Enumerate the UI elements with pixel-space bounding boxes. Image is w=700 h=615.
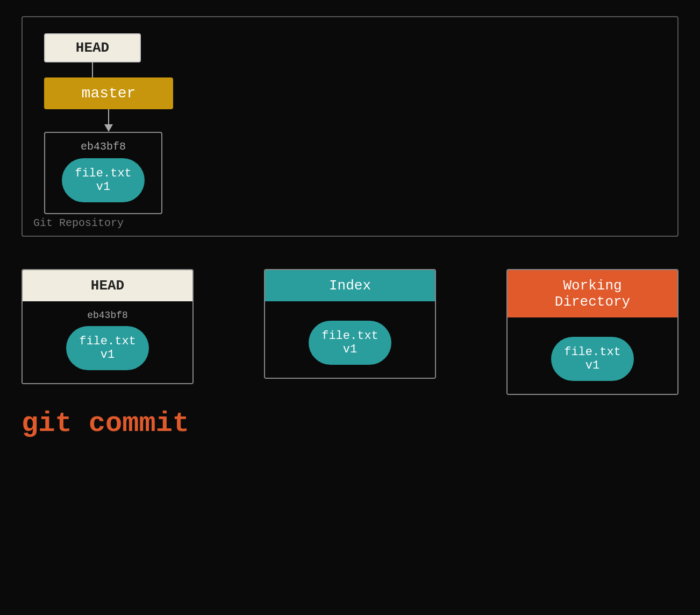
connector-head-master bbox=[44, 62, 141, 77]
head-box-top: HEAD bbox=[44, 33, 141, 62]
head-col-header-label: HEAD bbox=[91, 278, 124, 294]
arrow-down-1 bbox=[104, 124, 113, 132]
working-directory-column: WorkingDirectory file.txtv1 bbox=[506, 269, 678, 395]
git-repo-label: Git Repository bbox=[33, 217, 124, 229]
commit-box-top: eb43bf8 file.txtv1 bbox=[44, 132, 162, 214]
head-label-top: HEAD bbox=[76, 40, 109, 56]
master-box: master bbox=[44, 77, 173, 109]
index-column: Index file.txtv1 bbox=[264, 269, 436, 379]
working-col-blob: file.txtv1 bbox=[551, 337, 634, 381]
head-col-hash: eb43bf8 bbox=[87, 310, 128, 321]
connector-line-1 bbox=[92, 62, 93, 77]
master-label: master bbox=[82, 85, 136, 102]
file-blob-top: file.txtv1 bbox=[62, 158, 145, 202]
connector-line-2 bbox=[108, 109, 109, 124]
head-column: HEAD eb43bf8 file.txtv1 bbox=[22, 269, 194, 384]
working-col-header: WorkingDirectory bbox=[508, 270, 677, 317]
git-repository-box: HEAD master eb43bf8 file.txtv1 Git Repos… bbox=[22, 16, 678, 237]
repo-content: HEAD master eb43bf8 file.txtv1 bbox=[44, 33, 656, 214]
head-column-body: eb43bf8 file.txtv1 bbox=[23, 301, 192, 383]
index-col-header-label: Index bbox=[329, 278, 371, 294]
head-col-blob: file.txtv1 bbox=[66, 326, 149, 370]
index-col-blob: file.txtv1 bbox=[309, 321, 391, 365]
working-col-body: file.txtv1 bbox=[508, 317, 677, 394]
head-column-header: HEAD bbox=[23, 270, 192, 301]
connector-master-commit bbox=[44, 109, 173, 132]
three-columns: HEAD eb43bf8 file.txtv1 Index file.txtv1 bbox=[22, 269, 678, 395]
commit-hash-top: eb43bf8 bbox=[56, 140, 151, 153]
bottom-section: HEAD eb43bf8 file.txtv1 Index file.txtv1 bbox=[22, 269, 678, 440]
git-commit-label: git commit bbox=[22, 408, 189, 440]
index-column-header: Index bbox=[265, 270, 435, 301]
index-column-body: file.txtv1 bbox=[265, 301, 435, 378]
